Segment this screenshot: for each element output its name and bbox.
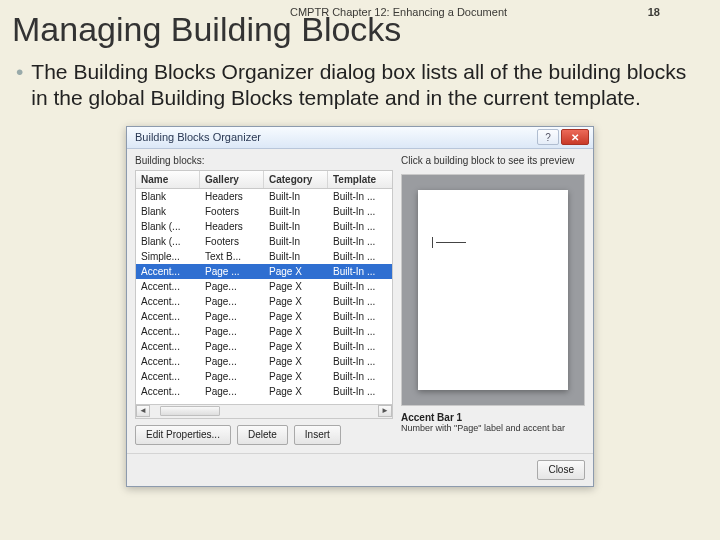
cell: Page... — [200, 309, 264, 324]
preview-name: Accent Bar 1 — [401, 412, 585, 423]
scroll-left-icon[interactable]: ◄ — [136, 405, 150, 417]
cell: Text B... — [200, 249, 264, 264]
col-name[interactable]: Name — [136, 171, 200, 188]
cell: Page... — [200, 294, 264, 309]
preview-page — [418, 190, 568, 390]
cell: Built-In ... — [328, 324, 392, 339]
cell: Built-In ... — [328, 354, 392, 369]
help-icon[interactable]: ? — [537, 129, 559, 145]
cell: Accent... — [136, 294, 200, 309]
cell: Page X — [264, 339, 328, 354]
cell: Page X — [264, 264, 328, 279]
cell: Page... — [200, 279, 264, 294]
table-row[interactable]: Accent...Page...Page XBuilt-In ... — [136, 339, 392, 354]
accent-bar-icon — [436, 242, 466, 243]
left-pane: Building blocks: Name Gallery Category T… — [135, 155, 393, 453]
close-button[interactable]: Close — [537, 460, 585, 480]
building-blocks-organizer-dialog: Building Blocks Organizer ? ✕ Building b… — [126, 126, 594, 487]
table-row[interactable]: Accent...Page ...Page XBuilt-In ... — [136, 264, 392, 279]
right-pane: Click a building block to see its previe… — [401, 155, 585, 453]
preview-label: Click a building block to see its previe… — [401, 155, 585, 166]
listbox[interactable]: BlankHeadersBuilt-InBuilt-In ...BlankFoo… — [135, 189, 393, 405]
cell: Headers — [200, 219, 264, 234]
cell: Accent... — [136, 354, 200, 369]
scroll-right-icon[interactable]: ► — [378, 405, 392, 417]
cell: Headers — [200, 189, 264, 204]
cell: Blank (... — [136, 234, 200, 249]
cell: Accent... — [136, 279, 200, 294]
bullet-dot: • — [16, 59, 23, 112]
cell: Page X — [264, 354, 328, 369]
cell: Accent... — [136, 324, 200, 339]
cell: Blank (... — [136, 219, 200, 234]
cell: Built-In ... — [328, 219, 392, 234]
table-row[interactable]: Accent...Page...Page XBuilt-In ... — [136, 294, 392, 309]
cell: Built-In ... — [328, 264, 392, 279]
cell: Built-In — [264, 219, 328, 234]
cell: Built-In — [264, 234, 328, 249]
cell: Built-In ... — [328, 189, 392, 204]
cell: Page X — [264, 384, 328, 399]
table-row[interactable]: BlankHeadersBuilt-InBuilt-In ... — [136, 189, 392, 204]
horizontal-scrollbar[interactable]: ◄ ► — [135, 405, 393, 419]
table-row[interactable]: Accent...Page...Page XBuilt-In ... — [136, 309, 392, 324]
cell: Page X — [264, 369, 328, 384]
cell: Page X — [264, 309, 328, 324]
table-row[interactable]: Blank (...FootersBuilt-InBuilt-In ... — [136, 234, 392, 249]
table-row[interactable]: Accent...Page...Page XBuilt-In ... — [136, 384, 392, 399]
close-icon[interactable]: ✕ — [561, 129, 589, 145]
cell: Accent... — [136, 309, 200, 324]
scroll-track[interactable] — [150, 405, 378, 417]
table-row[interactable]: Accent...Page...Page XBuilt-In ... — [136, 369, 392, 384]
table-row[interactable]: Accent...Page...Page XBuilt-In ... — [136, 324, 392, 339]
scroll-thumb[interactable] — [160, 406, 220, 416]
cell: Built-In ... — [328, 234, 392, 249]
cell: Page... — [200, 384, 264, 399]
preview-area — [401, 174, 585, 406]
delete-button[interactable]: Delete — [237, 425, 288, 445]
cell: Built-In — [264, 204, 328, 219]
cell: Page X — [264, 279, 328, 294]
col-gallery[interactable]: Gallery — [200, 171, 264, 188]
table-row[interactable]: Accent...Page...Page XBuilt-In ... — [136, 279, 392, 294]
edit-properties-button[interactable]: Edit Properties... — [135, 425, 231, 445]
cell: Accent... — [136, 369, 200, 384]
preview-description: Number with "Page" label and accent bar — [401, 423, 585, 433]
list-header[interactable]: Name Gallery Category Template — [135, 170, 393, 189]
cell: Built-In ... — [328, 384, 392, 399]
cell: Built-In ... — [328, 309, 392, 324]
cell: Built-In ... — [328, 294, 392, 309]
insert-button[interactable]: Insert — [294, 425, 341, 445]
table-row[interactable]: BlankFootersBuilt-InBuilt-In ... — [136, 204, 392, 219]
table-row[interactable]: Accent...Page...Page XBuilt-In ... — [136, 354, 392, 369]
cell: Footers — [200, 234, 264, 249]
cell: Built-In ... — [328, 249, 392, 264]
cell: Page X — [264, 324, 328, 339]
cell: Footers — [200, 204, 264, 219]
cell: Built-In — [264, 249, 328, 264]
page-number: 18 — [648, 6, 660, 18]
cell: Accent... — [136, 264, 200, 279]
body-text: • The Building Blocks Organizer dialog b… — [0, 53, 720, 112]
dialog-titlebar[interactable]: Building Blocks Organizer ? ✕ — [127, 127, 593, 149]
table-row[interactable]: Simple...Text B...Built-InBuilt-In ... — [136, 249, 392, 264]
cell: Page... — [200, 339, 264, 354]
cell: Page ... — [200, 264, 264, 279]
cell: Blank — [136, 189, 200, 204]
cell: Built-In ... — [328, 279, 392, 294]
bullet-paragraph: The Building Blocks Organizer dialog box… — [31, 59, 690, 112]
cell: Built-In ... — [328, 369, 392, 384]
dialog-title: Building Blocks Organizer — [135, 131, 261, 143]
cell: Built-In ... — [328, 339, 392, 354]
cell: Page... — [200, 354, 264, 369]
cell: Page... — [200, 324, 264, 339]
col-category[interactable]: Category — [264, 171, 328, 188]
cell: Built-In ... — [328, 204, 392, 219]
cell: Page... — [200, 369, 264, 384]
table-row[interactable]: Blank (...HeadersBuilt-InBuilt-In ... — [136, 219, 392, 234]
cell: Page X — [264, 294, 328, 309]
chapter-label: CMPTR Chapter 12: Enhancing a Document — [290, 6, 507, 18]
cell: Blank — [136, 204, 200, 219]
cell: Accent... — [136, 339, 200, 354]
col-template[interactable]: Template — [328, 171, 392, 188]
